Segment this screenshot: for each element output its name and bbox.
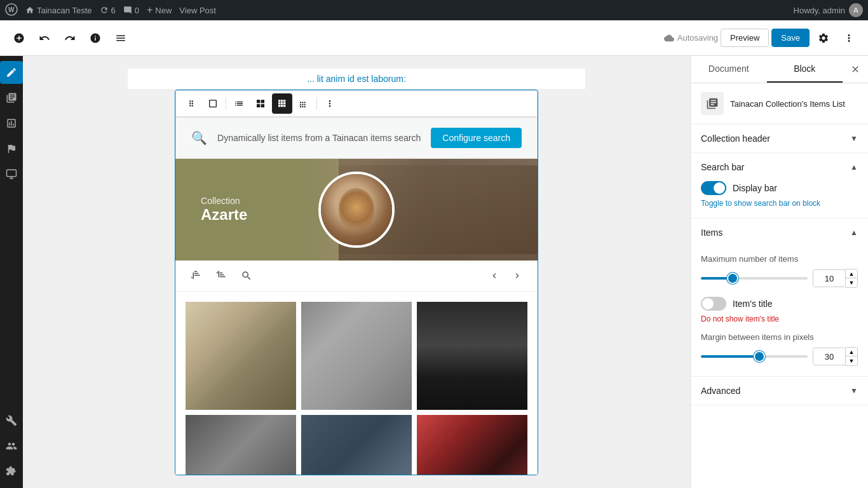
gallery-toolbar <box>175 261 538 292</box>
chevron-down-icon2: ▼ <box>850 386 858 395</box>
advanced-label: Advanced <box>701 386 740 396</box>
drag-icon <box>187 99 196 108</box>
section-search-bar: Search bar ▲ Display bar Toggle to show … <box>691 153 868 219</box>
search-bar-label: Search bar <box>701 162 744 172</box>
sidebar-item-pages[interactable] <box>0 112 23 135</box>
search-gallery-button[interactable] <box>236 266 257 286</box>
search-icon <box>241 270 252 281</box>
sort-desc-button[interactable] <box>211 266 231 286</box>
tab-document[interactable]: Document <box>691 56 767 83</box>
justified-icon <box>299 98 309 109</box>
site-name[interactable]: Tainacan Teste <box>25 6 92 15</box>
info-icon <box>90 32 101 44</box>
items-section-toggle[interactable]: Items ▲ <box>691 219 868 247</box>
gallery-item-1[interactable] <box>186 302 296 410</box>
panel-tabs: Document Block <box>691 56 868 83</box>
margin-slider-thumb <box>755 352 764 361</box>
margin-label: Margin between items in pixels <box>701 332 858 342</box>
prev-page-button[interactable] <box>484 266 505 286</box>
view-medium-button[interactable] <box>250 93 271 114</box>
collection-icon <box>6 168 17 180</box>
gallery-item-5[interactable] <box>301 415 412 475</box>
more-block-options[interactable] <box>320 93 340 114</box>
ellipsis-icon <box>843 32 855 44</box>
wp-logo: W <box>5 3 18 18</box>
next-page-button[interactable] <box>507 266 527 286</box>
items-title-section: Item's title Do not show item's title <box>701 297 858 323</box>
max-items-slider-row: 10 ▲ ▼ <box>701 269 858 288</box>
edit-icon <box>6 67 17 78</box>
max-items-up[interactable]: ▲ <box>846 269 857 278</box>
max-items-value[interactable]: 10 <box>813 269 846 287</box>
margin-slider-track[interactable] <box>701 355 808 358</box>
sidebar-item-users[interactable] <box>0 435 23 458</box>
display-bar-toggle[interactable] <box>701 181 726 195</box>
tab-block[interactable]: Block <box>767 56 843 83</box>
preview-button[interactable]: Preview <box>721 29 769 47</box>
gallery-item-4[interactable] <box>186 415 296 475</box>
cropped-text: ... lit anim id est laborum: <box>128 69 585 90</box>
collection-header-toggle[interactable]: Collection header ▼ <box>691 125 868 152</box>
sidebar-item-tainacan[interactable] <box>0 163 23 186</box>
max-items-label: Maximum number of items <box>701 254 858 264</box>
gallery-item-2[interactable] <box>301 302 412 410</box>
collection-avatar <box>318 172 395 248</box>
view-grid-button[interactable] <box>272 93 292 114</box>
sidebar-item-plugins[interactable] <box>0 460 23 483</box>
collection-info: Collection Azarte <box>201 196 247 224</box>
new-link[interactable]: + New <box>147 4 172 16</box>
sidebar-item-edit[interactable] <box>0 61 23 84</box>
collection-header-label: Collection header <box>701 133 770 144</box>
items-section-content: Maximum number of items 10 ▲ ▼ <box>691 254 868 376</box>
display-bar-row: Display bar <box>701 181 858 195</box>
gear-icon <box>818 32 829 44</box>
transform-button[interactable] <box>203 93 223 114</box>
comment-icon <box>123 6 132 15</box>
view-justified-button[interactable] <box>294 93 314 114</box>
undo-button[interactable] <box>33 27 56 50</box>
tools-icon <box>6 415 17 426</box>
view-post-link[interactable]: View Post <box>179 6 216 15</box>
undo-icon <box>39 32 50 44</box>
collection-banner: Collection Azarte <box>175 159 538 261</box>
grid-medium-icon <box>255 98 266 109</box>
comments-count[interactable]: 0 <box>123 6 139 15</box>
configure-search-button[interactable]: Configure search <box>431 128 522 148</box>
sort-asc-button[interactable] <box>186 266 206 286</box>
gallery-item-6[interactable] <box>417 415 527 475</box>
items-title-toggle[interactable] <box>701 297 726 311</box>
info-button[interactable] <box>84 27 107 50</box>
block-drag-button[interactable] <box>181 93 201 114</box>
sidebar-item-tools[interactable] <box>0 409 23 432</box>
gallery-item-3[interactable] <box>417 302 527 410</box>
margin-down[interactable]: ▼ <box>846 356 857 365</box>
sidebar-item-flag[interactable] <box>0 137 23 160</box>
sidebar-item-patterns[interactable] <box>0 86 23 109</box>
collection-block-icon <box>706 97 719 110</box>
view-list-button[interactable] <box>229 93 249 114</box>
plugin-icon <box>6 466 17 477</box>
section-collection-header: Collection header ▼ <box>691 125 868 153</box>
more-options-button[interactable] <box>837 27 860 50</box>
right-panel: Document Block Tainacan Collection's Ite… <box>690 56 868 488</box>
advanced-section-toggle[interactable]: Advanced ▼ <box>691 377 868 405</box>
updates-count[interactable]: 6 <box>100 6 116 15</box>
cloud-icon <box>664 33 674 43</box>
options-button[interactable] <box>109 27 132 50</box>
inserter-button[interactable] <box>8 27 31 50</box>
save-button[interactable]: Save <box>771 29 810 47</box>
menu-icon <box>115 32 126 44</box>
gallery-grid <box>175 292 538 475</box>
search-bar-toggle[interactable]: Search bar ▲ <box>691 153 868 181</box>
settings-button[interactable] <box>812 27 835 50</box>
left-sidebar <box>0 56 23 488</box>
margin-value[interactable]: 30 <box>813 348 846 365</box>
autosave-status: Autosaving <box>664 33 718 43</box>
redo-button[interactable] <box>58 27 81 50</box>
panel-close-button[interactable] <box>843 56 868 83</box>
max-items-slider-track[interactable] <box>701 277 808 280</box>
svg-text:W: W <box>8 6 15 13</box>
margin-up[interactable]: ▲ <box>846 348 857 356</box>
max-items-down[interactable]: ▼ <box>846 278 857 287</box>
pattern-icon <box>6 92 17 104</box>
